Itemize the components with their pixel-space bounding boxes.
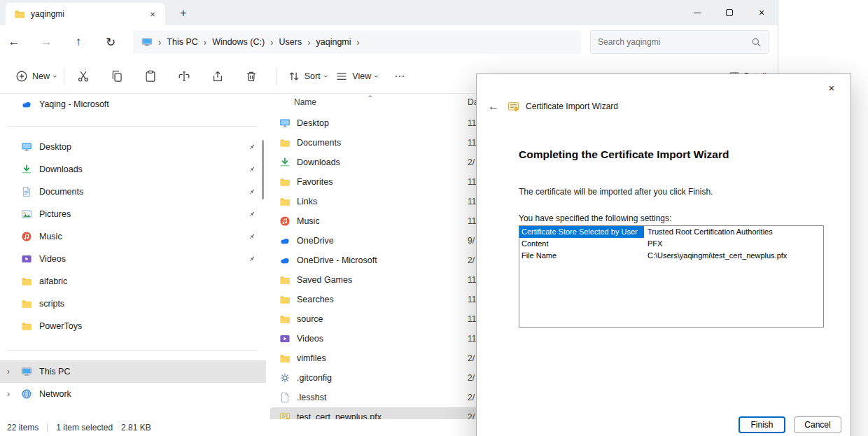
file-name: Searches [297, 295, 334, 304]
sidebar-divider [8, 126, 258, 127]
breadcrumb-item[interactable]: yaqingmi [316, 37, 351, 47]
sidebar-item-desktop[interactable]: Desktop [0, 136, 266, 158]
dialog-close-button[interactable]: × [821, 80, 842, 95]
breadcrumb-chevron-icon[interactable]: › [307, 37, 310, 48]
sidebar-item-onedrive-root[interactable]: Yaqing - Microsoft [0, 94, 266, 115]
download-icon [21, 164, 32, 175]
sidebar-item-pictures[interactable]: Pictures [0, 203, 266, 225]
cloud-icon [279, 255, 290, 266]
tab-title: yaqingmi [31, 9, 140, 19]
video-icon [21, 253, 32, 265]
file-date: 9/ [468, 236, 475, 246]
folder-icon [21, 276, 32, 287]
file-name: Videos [297, 334, 323, 344]
sidebar-item-label: aifabric [39, 276, 67, 286]
download-icon [279, 157, 290, 168]
share-button[interactable] [206, 64, 230, 88]
sidebar-scrollbar[interactable] [262, 140, 264, 199]
expand-chevron-icon[interactable]: › [7, 389, 10, 399]
expand-chevron-icon[interactable]: › [7, 367, 10, 377]
new-tab-button[interactable]: + [175, 5, 192, 22]
setting-key: Content [519, 238, 644, 250]
search-input[interactable] [598, 37, 751, 47]
forward-button[interactable]: → [35, 31, 57, 53]
breadcrumb-chevron-icon[interactable]: › [357, 37, 360, 48]
breadcrumb-chevron-icon[interactable]: › [270, 37, 273, 48]
sidebar-item-videos[interactable]: Videos [0, 248, 266, 270]
finish-button[interactable]: Finish [738, 416, 785, 433]
sidebar-item-aifabric[interactable]: aifabric [0, 270, 266, 293]
dialog-back-button[interactable]: ← [486, 100, 501, 113]
tab-close-icon[interactable]: × [146, 7, 160, 21]
desktop: yaqingmi × + × ← → ↑ ↻ ›This PC›Windows … [0, 0, 868, 436]
breadcrumb-item[interactable]: Users [279, 37, 302, 47]
certificate-icon [507, 101, 519, 113]
music-icon [279, 216, 290, 227]
sidebar-item-label: Documents [39, 187, 83, 197]
file-date: 2/ [468, 255, 475, 265]
sidebar-item-label: This PC [39, 367, 70, 377]
sort-ascending-icon[interactable]: › [366, 95, 374, 97]
sidebar-item-this-pc[interactable]: › This PC [0, 360, 266, 383]
sidebar-divider [8, 350, 258, 351]
explorer-tab[interactable]: yaqingmi × [6, 3, 165, 25]
search-box[interactable] [590, 30, 769, 54]
sidebar-item-label: Videos [39, 254, 66, 264]
pin-icon [248, 232, 256, 241]
file-date: 11 [468, 275, 476, 285]
up-button[interactable]: ↑ [67, 31, 90, 53]
network-icon [21, 388, 32, 400]
breadcrumb-chevron-icon[interactable]: › [158, 37, 161, 48]
folder-icon [279, 137, 290, 148]
sidebar-item-network[interactable]: › Network [0, 383, 266, 405]
desktop-icon [21, 141, 32, 153]
navigation-bar: ← → ↑ ↻ ›This PC›Windows (C:)›Users›yaqi… [0, 25, 778, 59]
setting-row[interactable]: Certificate Store Selected by User Trust… [519, 226, 823, 238]
file-date: 11 [468, 197, 476, 206]
folder-icon [279, 314, 290, 325]
setting-value: PFX [644, 238, 662, 250]
back-button[interactable]: ← [3, 31, 25, 53]
sidebar-item-music[interactable]: Music [0, 225, 266, 248]
desktop-icon [279, 118, 290, 129]
file-name: Music [297, 216, 320, 226]
cut-button[interactable] [71, 64, 95, 88]
sidebar-item-documents[interactable]: Documents [0, 181, 266, 203]
close-window-button[interactable]: × [746, 0, 778, 25]
breadcrumb-chevron-icon[interactable]: › [204, 37, 206, 48]
setting-row[interactable]: Content PFX [519, 238, 823, 250]
folder-icon [21, 321, 32, 332]
sort-button[interactable]: Sort › [284, 64, 332, 88]
certificate-import-wizard-dialog: × ← Certificate Import Wizard Completing… [476, 73, 851, 436]
sidebar: Yaqing - Microsoft Desktop Downloads Doc… [0, 94, 266, 419]
sidebar-item-powertoys[interactable]: PowerToys [0, 315, 266, 337]
new-button[interactable]: New › [11, 64, 61, 88]
monitor-icon [21, 366, 32, 377]
sidebar-item-label: Music [39, 232, 62, 241]
view-button[interactable]: View › [331, 64, 382, 88]
breadcrumb-item[interactable]: This PC [167, 37, 197, 47]
minimize-button[interactable] [681, 0, 713, 25]
paste-button[interactable] [139, 64, 162, 88]
more-options-button[interactable]: ⋯ [388, 64, 412, 88]
breadcrumb-item[interactable]: Windows (C:) [212, 37, 265, 47]
cancel-button[interactable]: Cancel [794, 416, 841, 433]
setting-value: C:\Users\yaqingmi\test_cert_newplus.pfx [644, 250, 787, 262]
delete-button[interactable] [239, 64, 263, 88]
sidebar-item-downloads[interactable]: Downloads [0, 158, 266, 181]
this-pc-icon [141, 36, 153, 48]
maximize-button[interactable] [713, 0, 746, 25]
view-label: View [352, 71, 371, 81]
window-controls: × [681, 0, 778, 25]
copy-button[interactable] [105, 64, 129, 88]
onedrive-cloud-icon [21, 99, 32, 110]
breadcrumb: ›This PC›Windows (C:)›Users›yaqingmi› [133, 30, 581, 54]
column-header-name[interactable]: Name [294, 97, 316, 107]
sidebar-item-scripts[interactable]: scripts [0, 293, 266, 315]
refresh-button[interactable]: ↻ [99, 31, 122, 53]
pin-icon [248, 255, 256, 263]
chevron-down-icon: › [321, 75, 330, 78]
setting-row[interactable]: File Name C:\Users\yaqingmi\test_cert_ne… [519, 250, 823, 262]
rename-button[interactable] [172, 64, 196, 88]
file-date: 11 [468, 314, 476, 324]
